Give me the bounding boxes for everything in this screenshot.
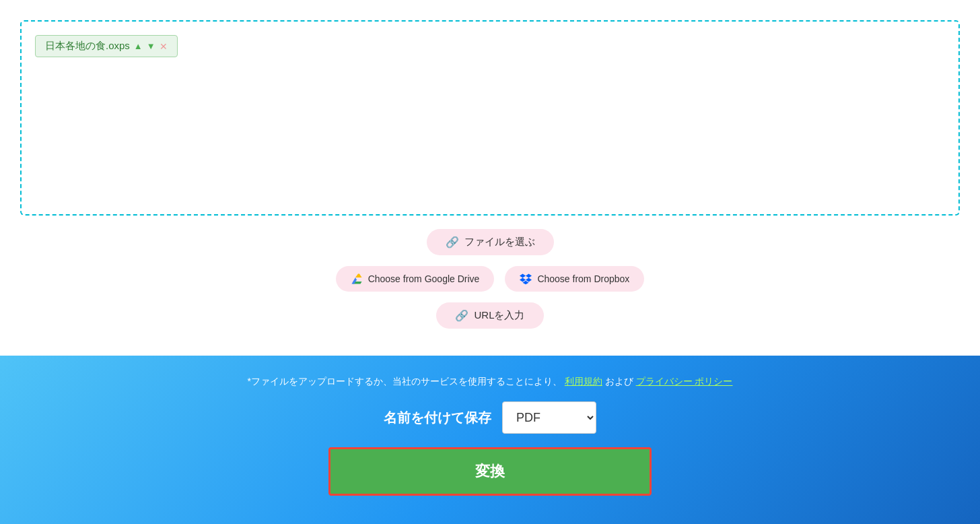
file-name: 日本各地の食.oxps [45,40,130,53]
url-input-button[interactable]: 🔗 URLを入力 [436,302,543,329]
google-drive-label: Choose from Google Drive [368,273,480,284]
up-arrow-icon[interactable]: ▲ [134,41,143,51]
convert-button-label: 変換 [475,463,505,480]
save-row: 名前を付けて保存 PDF Word PNG JPEG [384,401,596,434]
save-label: 名前を付けて保存 [384,409,491,427]
terms-link[interactable]: 利用規約 [565,376,602,387]
privacy-link[interactable]: プライバシー ポリシー [636,376,733,387]
google-drive-icon [351,273,363,285]
terms-middle-text: および [605,376,636,387]
google-drive-button[interactable]: Choose from Google Drive [336,266,495,292]
drop-zone[interactable]: 日本各地の食.oxps ▲ ▼ ✕ [20,20,960,216]
upload-section: 日本各地の食.oxps ▲ ▼ ✕ 🔗 ファイルを選ぶ Choose [0,0,980,356]
file-tag: 日本各地の食.oxps ▲ ▼ ✕ [35,35,178,57]
choose-file-button[interactable]: 🔗 ファイルを選ぶ [427,229,554,255]
format-select[interactable]: PDF Word PNG JPEG [502,401,596,434]
terms-before-text: *ファイルをアップロードするか、当社のサービスを使用することにより、 [247,376,561,387]
dropbox-button[interactable]: Choose from Dropbox [505,266,644,292]
bottom-section: *ファイルをアップロードするか、当社のサービスを使用することにより、 利用規約 … [0,356,980,524]
terms-text: *ファイルをアップロードするか、当社のサービスを使用することにより、 利用規約 … [247,376,732,388]
remove-icon[interactable]: ✕ [160,41,168,52]
dropbox-label: Choose from Dropbox [537,273,629,284]
choose-file-label: ファイルを選ぶ [464,236,535,249]
dropbox-icon [520,273,532,285]
down-arrow-icon[interactable]: ▼ [147,41,155,51]
url-input-label: URLを入力 [474,309,524,322]
paperclip-icon: 🔗 [446,236,459,249]
cloud-buttons-row: Choose from Google Drive Choose from Dro… [336,266,645,292]
action-buttons-area: 🔗 ファイルを選ぶ Choose from Google Drive [20,216,960,335]
convert-button[interactable]: 変換 [328,447,652,496]
url-link-icon: 🔗 [455,309,468,322]
